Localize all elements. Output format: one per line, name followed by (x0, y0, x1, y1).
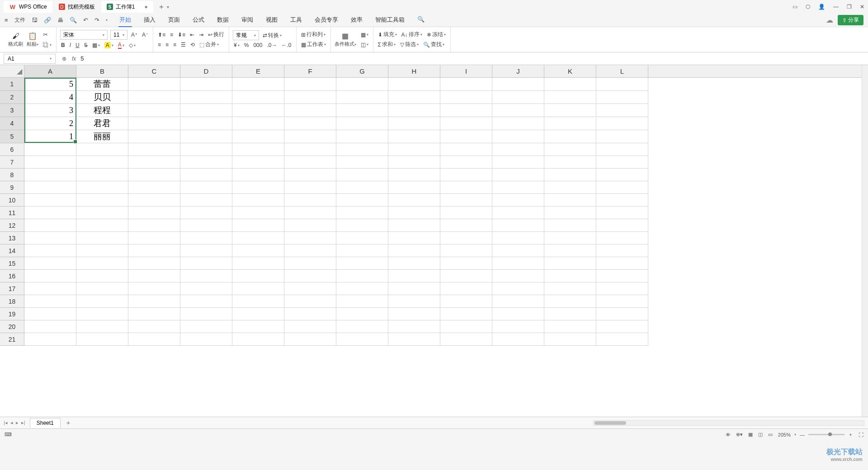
cell-E5[interactable] (232, 130, 284, 143)
row-header-16[interactable]: 16 (0, 270, 24, 282)
cloud-icon[interactable]: ☁ (826, 16, 833, 24)
cell-H10[interactable] (388, 194, 440, 207)
cell-G19[interactable] (336, 308, 388, 320)
cell-F3[interactable] (284, 104, 336, 117)
view-page-icon[interactable]: ◫ (758, 432, 763, 437)
row-header-10[interactable]: 10 (0, 194, 24, 207)
row-header-9[interactable]: 9 (0, 181, 24, 194)
cell-C11[interactable] (128, 207, 180, 219)
zoom-out-icon[interactable]: — (800, 432, 805, 437)
cell-E7[interactable] (232, 156, 284, 169)
cell-D16[interactable] (180, 270, 232, 282)
zoom-level[interactable]: 205% (778, 432, 791, 437)
cell-G1[interactable] (336, 78, 388, 91)
zoom-in-icon[interactable]: ＋ (848, 431, 853, 438)
cell-A2[interactable]: 4 (24, 91, 76, 104)
tab-review[interactable]: 审阅 (241, 14, 254, 27)
cell-B17[interactable] (76, 282, 128, 295)
last-sheet-icon[interactable]: ▸| (21, 420, 25, 426)
cell-F13[interactable] (284, 232, 336, 244)
cell-C2[interactable] (128, 91, 180, 104)
align-mid-button[interactable]: ≡ (169, 31, 174, 38)
indent-inc-button[interactable]: ⇥ (198, 31, 204, 38)
cell-I1[interactable] (440, 78, 492, 91)
row-header-17[interactable]: 17 (0, 282, 24, 295)
cell-H16[interactable] (388, 270, 440, 282)
cell-L12[interactable] (596, 219, 648, 232)
cell-C3[interactable] (128, 104, 180, 117)
cell-A1[interactable]: 5 (24, 78, 76, 91)
cell-C15[interactable] (128, 257, 180, 270)
cell-G9[interactable] (336, 181, 388, 194)
cell-K12[interactable] (544, 219, 596, 232)
cell-H7[interactable] (388, 156, 440, 169)
cell-B15[interactable] (76, 257, 128, 270)
copy-button[interactable]: ⿻▾ (42, 41, 52, 49)
cell-K17[interactable] (544, 282, 596, 295)
redo-icon[interactable]: ↷ (94, 17, 99, 24)
tab-insert[interactable]: 插入 (143, 14, 156, 27)
cell-B18[interactable] (76, 295, 128, 308)
cell-J9[interactable] (492, 181, 544, 194)
cell-G14[interactable] (336, 244, 388, 257)
tab-data[interactable]: 数据 (216, 14, 230, 27)
font-size-select[interactable]: 11▾ (110, 30, 127, 40)
cell-D5[interactable] (180, 130, 232, 143)
cell-J2[interactable] (492, 91, 544, 104)
cell-L19[interactable] (596, 308, 648, 320)
row-header-13[interactable]: 13 (0, 232, 24, 244)
cell-E4[interactable] (232, 117, 284, 130)
cell-L18[interactable] (596, 295, 648, 308)
cell-G3[interactable] (336, 104, 388, 117)
cell-K18[interactable] (544, 295, 596, 308)
cell-D20[interactable] (180, 320, 232, 333)
cell-D17[interactable] (180, 282, 232, 295)
row-header-2[interactable]: 2 (0, 91, 24, 104)
col-header-A[interactable]: A (24, 65, 76, 77)
cell-J5[interactable] (492, 130, 544, 143)
cell-G2[interactable] (336, 91, 388, 104)
underline-button[interactable]: U (75, 42, 80, 49)
tab-close-icon[interactable]: ● (144, 4, 147, 10)
cut-button[interactable]: ✂ (42, 31, 52, 38)
cell-B6[interactable] (76, 143, 128, 156)
cell-L16[interactable] (596, 270, 648, 282)
cell-style-button[interactable]: ◫▾ (360, 41, 369, 48)
cell-C8[interactable] (128, 169, 180, 181)
cell-G18[interactable] (336, 295, 388, 308)
cell-J18[interactable] (492, 295, 544, 308)
cell-I20[interactable] (440, 320, 492, 333)
row-header-6[interactable]: 6 (0, 143, 24, 156)
cell-K11[interactable] (544, 207, 596, 219)
cell-E1[interactable] (232, 78, 284, 91)
cell-A6[interactable] (24, 143, 76, 156)
cell-J20[interactable] (492, 320, 544, 333)
cell-B8[interactable] (76, 169, 128, 181)
cell-E16[interactable] (232, 270, 284, 282)
cell-F17[interactable] (284, 282, 336, 295)
cell-C21[interactable] (128, 333, 180, 346)
border-button[interactable]: ▦▾ (91, 42, 101, 49)
cell-J1[interactable] (492, 78, 544, 91)
cell-H4[interactable] (388, 117, 440, 130)
cell-K5[interactable] (544, 130, 596, 143)
cell-C5[interactable] (128, 130, 180, 143)
cell-E21[interactable] (232, 333, 284, 346)
cell-E8[interactable] (232, 169, 284, 181)
qat-dropdown-icon[interactable]: ▾ (106, 18, 108, 22)
freeze-button[interactable]: ❄冻结▾ (426, 30, 447, 39)
cell-H14[interactable] (388, 244, 440, 257)
cell-C4[interactable] (128, 117, 180, 130)
cell-A4[interactable]: 2 (24, 117, 76, 130)
cell-A18[interactable] (24, 295, 76, 308)
cell-H9[interactable] (388, 181, 440, 194)
cell-H2[interactable] (388, 91, 440, 104)
cell-A11[interactable] (24, 207, 76, 219)
cell-F15[interactable] (284, 257, 336, 270)
find-button[interactable]: 🔍查找▾ (422, 40, 445, 49)
cell-D2[interactable] (180, 91, 232, 104)
cell-F14[interactable] (284, 244, 336, 257)
font-name-select[interactable]: 宋体▾ (60, 30, 108, 40)
cell-J21[interactable] (492, 333, 544, 346)
cell-D8[interactable] (180, 169, 232, 181)
